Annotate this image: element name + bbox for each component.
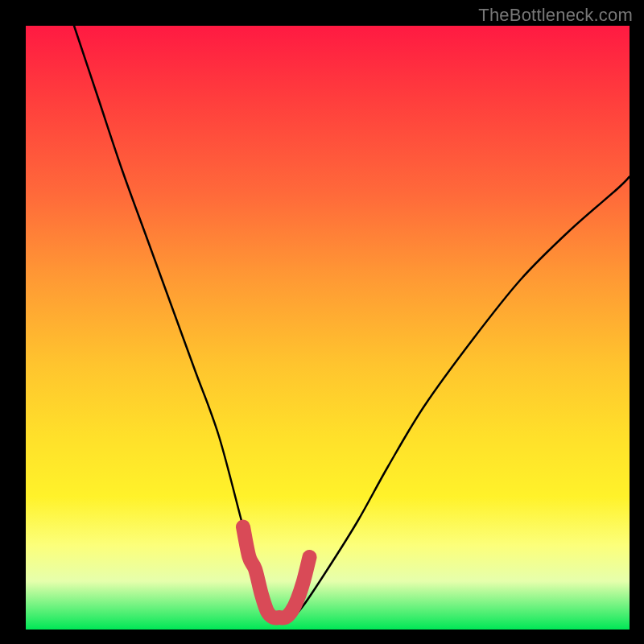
plot-area (26, 26, 630, 630)
watermark-text: TheBottleneck.com (478, 5, 633, 26)
bottleneck-curve (74, 26, 630, 619)
sweet-spot-highlight (243, 527, 310, 618)
chart-frame: TheBottleneck.com (0, 0, 644, 644)
chart-svg (26, 26, 630, 630)
